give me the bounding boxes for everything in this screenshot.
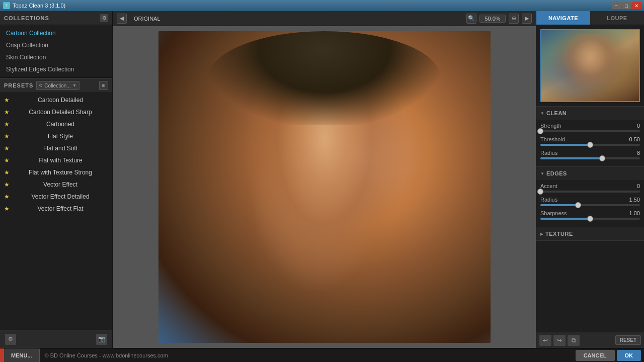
preset-item[interactable]: ★ Cartoon Detailed xyxy=(0,94,112,106)
collection-item-crisp[interactable]: Crisp Collection xyxy=(0,39,112,51)
clean-section-header[interactable]: ▼ CLEAN xyxy=(536,107,644,120)
strength-label: Strength xyxy=(540,123,561,129)
cancel-button[interactable]: CANCEL xyxy=(576,350,615,361)
right-panel-bottom: ↩ ↪ ⧉ RESET xyxy=(536,332,644,348)
clean-radius-track[interactable] xyxy=(540,157,640,159)
navigate-preview xyxy=(536,25,644,107)
preset-item[interactable]: ★ Cartooned xyxy=(0,118,112,130)
texture-section-header[interactable]: ▶ TEXTURE xyxy=(536,227,644,240)
zoom-level[interactable]: 50.0% xyxy=(479,15,506,23)
preset-item[interactable]: ★ Vector Effect Detailed xyxy=(0,191,112,203)
copyright-text: © BD Online Courses - www.bdonlinecourse… xyxy=(40,352,576,358)
undo-button[interactable]: ↩ xyxy=(539,335,551,346)
search-icon[interactable]: 🔍 xyxy=(466,14,476,24)
action-buttons: CANCEL OK xyxy=(576,350,644,361)
accent-slider-row: Accent 0 xyxy=(540,183,640,193)
collections-settings-button[interactable]: ⚙ xyxy=(100,14,108,22)
accent-label: Accent xyxy=(540,183,557,189)
sharpness-value: 1.00 xyxy=(629,210,640,216)
collections-header: COLLECTIONS ⚙ xyxy=(0,11,112,25)
clean-section-title: CLEAN xyxy=(546,110,567,116)
sharpness-track[interactable] xyxy=(540,218,640,220)
collections-label: COLLECTIONS xyxy=(4,15,49,21)
threshold-value: 0.50 xyxy=(629,136,640,142)
app-bottom-bar: MENU... © BD Online Courses - www.bdonli… xyxy=(0,348,644,362)
preset-item[interactable]: ★ Flat with Texture Strong xyxy=(0,166,112,178)
toolbar-right: 🔍 50.0% ⊕ ▶ xyxy=(466,14,532,24)
canvas-toolbar: ◀ ORIGINAL 🔍 50.0% ⊕ ▶ xyxy=(113,11,536,26)
preset-item[interactable]: ★ Flat Style xyxy=(0,130,112,142)
preset-item[interactable]: ★ Cartoon Detailed Sharp xyxy=(0,106,112,118)
window-controls[interactable]: − □ ✕ xyxy=(612,2,641,9)
close-button[interactable]: ✕ xyxy=(632,2,641,9)
cursor-icon[interactable]: ⊕ xyxy=(509,14,519,24)
camera-button[interactable]: 📷 xyxy=(96,334,107,345)
accent-track[interactable] xyxy=(540,191,640,193)
edges-radius-track[interactable] xyxy=(540,204,640,206)
star-icon: ★ xyxy=(4,133,10,140)
tab-loupe[interactable]: LOUPE xyxy=(590,11,644,25)
preset-item[interactable]: ★ Vector Effect xyxy=(0,178,112,191)
edges-section-title: EDGES xyxy=(546,170,567,176)
threshold-track[interactable] xyxy=(540,144,640,146)
edges-radius-thumb[interactable] xyxy=(575,202,581,208)
prev-button[interactable]: ◀ xyxy=(117,14,127,24)
presets-dropdown[interactable]: ⚙ Collection... ▼ xyxy=(36,81,79,90)
next-button[interactable]: ▶ xyxy=(522,14,532,24)
panel-spacer xyxy=(536,241,644,332)
collections-list: Cartoon Collection Crisp Collection Skin… xyxy=(0,25,112,78)
star-icon: ★ xyxy=(4,193,10,200)
edges-section-content: Accent 0 Radius 1.50 xyxy=(536,180,644,227)
sharpness-thumb[interactable] xyxy=(587,216,593,222)
copy-button[interactable]: ⧉ xyxy=(568,335,580,346)
collection-item-skin[interactable]: Skin Collection xyxy=(0,51,112,63)
canvas-image xyxy=(113,26,536,348)
collection-item-stylized[interactable]: Stylized Edges Collection xyxy=(0,63,112,75)
settings-button[interactable]: ⚙ xyxy=(5,334,16,345)
edges-radius-value: 1.50 xyxy=(629,197,640,203)
edges-radius-label: Radius xyxy=(540,197,557,203)
edges-radius-slider-row: Radius 1.50 xyxy=(540,197,640,206)
edges-section-header[interactable]: ▼ EDGES xyxy=(536,167,644,180)
main-area: COLLECTIONS ⚙ Cartoon Collection Crisp C… xyxy=(0,11,644,348)
strength-thumb[interactable] xyxy=(537,128,543,134)
tab-navigate[interactable]: NAVIGATE xyxy=(536,11,590,25)
view-mode-label: ORIGINAL xyxy=(130,15,165,23)
collapse-icon: ▶ xyxy=(540,232,543,236)
strength-slider-row: Strength 0 xyxy=(540,123,640,132)
maximize-button[interactable]: □ xyxy=(622,2,631,9)
clean-radius-label: Radius xyxy=(540,150,557,156)
strength-value: 0 xyxy=(637,123,640,129)
star-icon: ★ xyxy=(4,145,10,152)
strength-track[interactable] xyxy=(540,130,640,132)
preset-item[interactable]: ★ Flat with Texture xyxy=(0,154,112,166)
accent-thumb[interactable] xyxy=(537,189,543,195)
clean-radius-thumb[interactable] xyxy=(599,155,605,161)
sharpness-slider-row: Sharpness 1.00 xyxy=(540,210,640,220)
clean-radius-slider-row: Radius 8 xyxy=(540,150,640,159)
redo-button[interactable]: ↪ xyxy=(553,335,566,346)
clean-radius-value: 8 xyxy=(637,150,640,156)
star-icon: ★ xyxy=(4,121,10,128)
star-icon: ★ xyxy=(4,169,10,176)
sharpness-label: Sharpness xyxy=(540,210,567,216)
clean-section-content: Strength 0 Threshold 0.50 xyxy=(536,120,644,166)
canvas-area: ◀ ORIGINAL 🔍 50.0% ⊕ ▶ xyxy=(113,11,536,348)
ok-button[interactable]: OK xyxy=(617,350,641,361)
preset-item[interactable]: ★ Vector Effect Flat xyxy=(0,203,112,215)
clean-section: ▼ CLEAN Strength 0 xyxy=(536,107,644,167)
clean-radius-fill xyxy=(540,157,602,159)
red-accent-bar xyxy=(0,348,4,363)
sharpness-fill xyxy=(540,218,590,220)
app-title: Topaz Clean 3 (3.1.0) xyxy=(13,3,65,9)
reset-button[interactable]: RESET xyxy=(615,335,641,345)
minimize-button[interactable]: − xyxy=(612,2,621,9)
threshold-label: Threshold xyxy=(540,136,565,142)
preset-item[interactable]: ★ Flat and Soft xyxy=(0,142,112,154)
sidebar-bottom: ⚙ 📷 xyxy=(0,330,112,348)
edges-radius-fill xyxy=(540,204,578,206)
collection-item-cartoon[interactable]: Cartoon Collection xyxy=(0,27,112,39)
threshold-thumb[interactable] xyxy=(587,142,593,148)
menu-button[interactable]: MENU... xyxy=(4,348,40,363)
presets-grid-view-button[interactable]: ⊞ xyxy=(99,81,108,90)
